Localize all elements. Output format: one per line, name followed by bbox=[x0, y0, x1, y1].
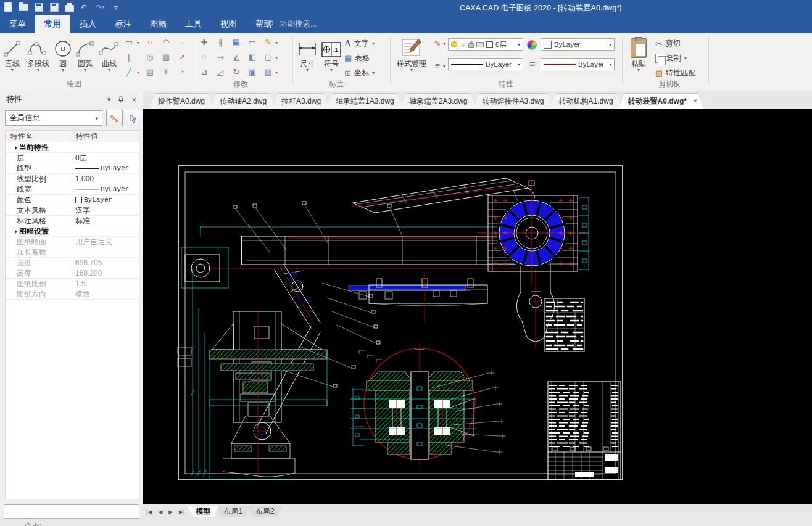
gear-icon[interactable]: ✳ bbox=[159, 65, 173, 79]
doc-tab-zhuangzhi-active[interactable]: 转动装置A0.dwg*× bbox=[619, 93, 703, 109]
array-icon[interactable]: ▦ bbox=[230, 36, 243, 49]
new-file-icon[interactable] bbox=[2, 2, 13, 12]
redo-icon[interactable]: ↷▾ bbox=[95, 2, 106, 12]
doc-tab-hanjiejian[interactable]: 转动焊接件A3.dwg bbox=[474, 93, 553, 109]
last-layout-icon[interactable]: ▶| bbox=[179, 509, 184, 515]
curve-fit-icon[interactable]: ◠ bbox=[159, 36, 173, 49]
rectangle-icon[interactable]: ▭ bbox=[122, 36, 136, 49]
mirror-icon[interactable]: ◭ bbox=[230, 51, 243, 64]
block-icon[interactable]: ▥ bbox=[159, 51, 173, 64]
move-icon[interactable]: ✚ bbox=[197, 36, 211, 49]
first-layout-icon[interactable]: |◀ bbox=[146, 509, 152, 515]
tab-tools[interactable]: 工具 bbox=[176, 15, 211, 33]
circle-tool-button[interactable]: 圆▾ bbox=[54, 35, 72, 72]
layout-tab-2[interactable]: 布局2 bbox=[247, 506, 283, 517]
prop-row-color[interactable]: 颜色 ByLayer bbox=[6, 195, 139, 205]
close-tab-icon[interactable]: × bbox=[693, 97, 697, 105]
paste-button[interactable]: 粘贴▾ bbox=[626, 35, 652, 72]
doc-tab-chuandongzhou[interactable]: 传动轴A2.dwg bbox=[211, 93, 275, 109]
linetype-tool-icon[interactable]: ≡ bbox=[431, 59, 444, 73]
scope-combo[interactable]: 全局信息 ▾ bbox=[5, 110, 102, 126]
tab-annotate[interactable]: 标注 bbox=[106, 15, 141, 33]
print-icon[interactable] bbox=[64, 2, 75, 12]
offset-dropdown[interactable]: ▾ bbox=[275, 55, 278, 60]
axis-dropdown[interactable]: ▾ bbox=[137, 70, 139, 75]
group-sheet-settings[interactable]: 图幅设置 bbox=[6, 226, 139, 237]
tab-view[interactable]: 视图 bbox=[211, 15, 246, 33]
pie-icon[interactable]: ◔ bbox=[175, 65, 189, 79]
linetype-combo[interactable]: ByLayer ▾ bbox=[448, 58, 523, 70]
panel-close-icon[interactable]: × bbox=[131, 95, 136, 104]
prop-row-ltscale[interactable]: 线型比例 1.000 bbox=[6, 174, 139, 184]
axis-line-icon[interactable]: ╱ bbox=[122, 65, 136, 79]
table-button[interactable]: ▦ 表格 bbox=[344, 53, 370, 64]
fillet-icon[interactable]: ◿ bbox=[213, 65, 227, 79]
rectangle-dropdown[interactable]: ▾ bbox=[137, 40, 139, 46]
panel-menu-icon[interactable]: ▾ bbox=[107, 96, 111, 104]
layout-tab-model[interactable]: 模型 bbox=[188, 506, 218, 517]
cut-button[interactable]: ✂ 剪切 bbox=[655, 38, 681, 49]
rotate-icon[interactable]: ◌ bbox=[197, 51, 211, 64]
tab-sheet[interactable]: 图幅 bbox=[141, 15, 176, 33]
tab-insert[interactable]: 插入 bbox=[70, 15, 106, 33]
offset-icon[interactable]: ▢ bbox=[262, 51, 275, 64]
text-button[interactable]: A 文字▾ bbox=[344, 38, 375, 49]
cad-drawing-canvas[interactable] bbox=[143, 109, 812, 504]
layer-tool-icon[interactable]: ✎ bbox=[431, 37, 444, 51]
rotate-copy-icon[interactable]: ↻ bbox=[230, 65, 243, 79]
style-manager-button[interactable]: 样式管理▾ bbox=[394, 35, 429, 72]
erase-dropdown[interactable]: ▾ bbox=[275, 40, 278, 46]
group-current-properties[interactable]: 当前特性 bbox=[6, 142, 139, 153]
line-tool-button[interactable]: 直线▾ bbox=[1, 35, 23, 72]
doc-tab-zhoucheng2[interactable]: 轴承端盖2A3.dwg bbox=[400, 93, 476, 109]
stretch-icon[interactable]: ▭ bbox=[246, 36, 259, 49]
lineweight-icon[interactable]: ≣ bbox=[526, 58, 539, 72]
command-bar[interactable]: 命令: bbox=[0, 519, 812, 526]
solid-edit-icon[interactable]: ▣ bbox=[246, 65, 259, 79]
tab-menu[interactable]: 菜单 bbox=[0, 15, 35, 33]
ellipse-icon[interactable]: ○ bbox=[143, 36, 157, 49]
coordinate-button[interactable]: ⊞ 坐标▾ bbox=[344, 68, 375, 78]
prop-row-dimstyle[interactable]: 标注风格 标准 bbox=[6, 216, 139, 226]
symbol-button[interactable]: .1 符号▾ bbox=[321, 35, 342, 72]
doc-tab-jigou[interactable]: 转动机构A1.dwg bbox=[550, 93, 622, 109]
undo-icon[interactable]: ↶▾ bbox=[80, 2, 90, 12]
prev-layout-icon[interactable]: ◀ bbox=[158, 509, 162, 515]
region-dropdown[interactable]: ▾ bbox=[275, 70, 278, 75]
region-icon[interactable]: ▨ bbox=[262, 65, 275, 79]
save-icon[interactable] bbox=[33, 2, 44, 12]
layout-tab-1[interactable]: 布局1 bbox=[215, 506, 251, 517]
copy-button[interactable]: 复制▾ bbox=[655, 53, 687, 64]
match-properties-button[interactable]: ▨ 特性匹配 bbox=[655, 68, 695, 78]
layer-tool-dropdown[interactable]: ▾ bbox=[443, 41, 445, 47]
parallel-line-icon[interactable]: ∥ bbox=[122, 51, 136, 64]
doc-tab-zhoucheng1[interactable]: 轴承端盖1A3.dwg bbox=[327, 93, 403, 109]
prop-row-lineweight[interactable]: 线宽 ByLayer bbox=[6, 184, 139, 195]
prop-row-layer[interactable]: 层 0层 bbox=[6, 153, 139, 163]
pick-object-button[interactable] bbox=[125, 110, 141, 126]
panel-input-box[interactable] bbox=[4, 504, 139, 519]
open-file-icon[interactable] bbox=[18, 2, 28, 12]
polygon-icon[interactable]: ◎ bbox=[143, 51, 157, 64]
function-search[interactable]: 功能搜索... bbox=[268, 15, 317, 33]
save-as-icon[interactable] bbox=[49, 2, 59, 12]
color-combo[interactable]: ByLayer ▾ bbox=[541, 38, 615, 51]
prop-row-textstyle[interactable]: 文本风格 汉字 bbox=[6, 205, 139, 216]
doc-tab-lagan[interactable]: 拉杆A3.dwg bbox=[273, 93, 329, 109]
color-wheel-icon[interactable] bbox=[527, 40, 537, 50]
spline-tool-button[interactable]: 曲线▾ bbox=[97, 35, 121, 72]
arc-tool-button[interactable]: 圆弧▾ bbox=[73, 35, 97, 72]
pick-icon[interactable]: ↗ bbox=[175, 51, 189, 64]
next-layout-icon[interactable]: ▶ bbox=[168, 509, 173, 515]
polyline-tool-button[interactable]: 多段线▾ bbox=[24, 35, 52, 72]
tab-common[interactable]: 常用 bbox=[35, 15, 70, 33]
point-icon[interactable]: · bbox=[175, 36, 189, 49]
dimension-button[interactable]: 尺寸▾ bbox=[296, 35, 318, 72]
linetype-tool-dropdown[interactable]: ▾ bbox=[443, 64, 445, 69]
doc-tab-caozuobi[interactable]: 操作臂A0.dwg bbox=[149, 93, 213, 109]
lineweight-combo[interactable]: ByLayer ▾ bbox=[541, 58, 615, 70]
scale-icon[interactable]: ◧ bbox=[246, 51, 259, 64]
pin-icon[interactable] bbox=[118, 96, 124, 103]
prop-row-linetype[interactable]: 线型 ByLayer bbox=[6, 163, 139, 174]
chamfer-icon[interactable]: ⊿ bbox=[197, 65, 211, 79]
